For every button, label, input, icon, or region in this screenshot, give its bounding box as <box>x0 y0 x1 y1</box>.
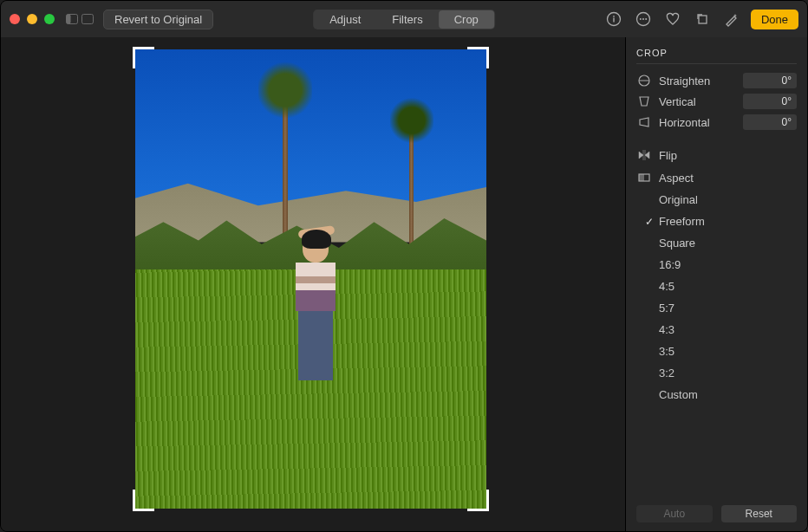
sidebar-right-icon[interactable] <box>81 12 94 26</box>
aspect-header[interactable]: Aspect <box>636 166 797 189</box>
fullscreen-window-button[interactable] <box>44 14 55 24</box>
svg-rect-5 <box>613 18 614 23</box>
straighten-label: Straighten <box>659 75 743 88</box>
straighten-value[interactable]: 0° <box>743 73 797 88</box>
svg-point-4 <box>613 16 615 17</box>
photo-content <box>135 49 486 509</box>
svg-rect-1 <box>67 15 71 24</box>
tab-filters[interactable]: Filters <box>376 10 438 29</box>
flip-icon <box>636 147 652 163</box>
minimize-window-button[interactable] <box>27 14 37 24</box>
edit-mode-tabs: Adjust Filters Crop <box>313 10 495 29</box>
svg-point-7 <box>640 18 642 20</box>
flip-label: Flip <box>659 149 677 162</box>
done-button[interactable]: Done <box>751 10 798 29</box>
svg-rect-10 <box>699 16 707 23</box>
crop-section-title: CROP <box>636 48 797 58</box>
tab-adjust[interactable]: Adjust <box>314 10 376 29</box>
straighten-row: Straighten 0° <box>636 73 797 88</box>
aspect-option-16-9[interactable]: 16:9 <box>659 254 797 276</box>
vertical-row: Vertical 0° <box>636 94 797 109</box>
aspect-option-square[interactable]: Square <box>659 232 797 254</box>
aspect-option-3-5[interactable]: 3:5 <box>659 341 797 362</box>
aspect-option-3-2[interactable]: 3:2 <box>659 362 797 384</box>
window-controls <box>10 14 55 24</box>
tab-crop[interactable]: Crop <box>439 10 494 29</box>
aspect-option-label: Freeform <box>659 215 705 228</box>
aspect-option-label: 4:3 <box>659 323 674 336</box>
crop-handle-top-left[interactable] <box>133 47 154 68</box>
auto-enhance-icon[interactable] <box>721 9 742 29</box>
checkmark-icon: ✓ <box>643 216 655 228</box>
crop-handle-bottom-right[interactable] <box>467 490 489 511</box>
aspect-option-label: 16:9 <box>659 258 681 271</box>
auto-button[interactable]: Auto <box>636 505 713 522</box>
sidebar-toggle-group <box>65 12 94 26</box>
toolbar: Revert to Original Adjust Filters Crop D… <box>1 1 807 38</box>
aspect-icon <box>636 170 652 185</box>
aspect-option-freeform[interactable]: ✓Freeform <box>659 211 797 232</box>
more-icon[interactable] <box>633 9 654 29</box>
toolbar-right-group: Done <box>603 9 798 29</box>
aspect-option-original[interactable]: Original <box>659 189 797 211</box>
aspect-option-label: Square <box>659 237 695 250</box>
vertical-perspective-icon[interactable] <box>636 94 652 109</box>
svg-point-9 <box>645 18 647 20</box>
horizontal-value[interactable]: 0° <box>743 114 797 130</box>
aspect-option-4-5[interactable]: 4:5 <box>659 276 797 297</box>
reset-button[interactable]: Reset <box>721 505 798 522</box>
svg-rect-2 <box>82 15 94 24</box>
image-viewer <box>1 37 625 531</box>
aspect-option-label: 3:5 <box>659 345 674 358</box>
horizontal-row: Horizontal 0° <box>636 114 797 130</box>
crop-frame[interactable] <box>135 49 486 509</box>
svg-rect-14 <box>639 174 644 181</box>
crop-handle-bottom-left[interactable] <box>133 490 154 511</box>
aspect-label: Aspect <box>659 172 694 185</box>
vertical-value[interactable]: 0° <box>743 94 797 109</box>
favorite-icon[interactable] <box>662 9 683 29</box>
straighten-icon[interactable] <box>636 73 652 88</box>
crop-sidebar: CROP Straighten 0° Vertical 0° <box>625 37 807 531</box>
editor-body: CROP Straighten 0° Vertical 0° <box>1 37 807 531</box>
aspect-option-4-3[interactable]: 4:3 <box>659 319 797 341</box>
divider <box>636 63 797 64</box>
photos-edit-window: Revert to Original Adjust Filters Crop D… <box>0 0 808 532</box>
aspect-ratio-list: Original✓FreeformSquare16:94:55:74:33:53… <box>636 189 797 405</box>
flip-button[interactable]: Flip <box>636 144 797 166</box>
aspect-option-label: 4:5 <box>659 280 674 293</box>
aspect-option-custom[interactable]: Custom <box>659 384 797 405</box>
horizontal-label: Horizontal <box>659 116 743 129</box>
revert-to-original-button[interactable]: Revert to Original <box>103 10 213 29</box>
vertical-label: Vertical <box>659 95 743 108</box>
close-window-button[interactable] <box>10 14 20 24</box>
crop-handle-top-right[interactable] <box>467 47 489 68</box>
aspect-option-label: Original <box>659 193 698 206</box>
aspect-option-label: 3:2 <box>659 367 674 380</box>
sidebar-left-icon[interactable] <box>65 12 79 26</box>
aspect-option-label: Custom <box>659 388 698 401</box>
horizontal-perspective-icon[interactable] <box>636 114 652 130</box>
aspect-option-5-7[interactable]: 5:7 <box>659 297 797 319</box>
sidebar-footer: Auto Reset <box>636 505 797 522</box>
info-icon[interactable] <box>603 9 624 29</box>
rotate-icon[interactable] <box>692 9 713 29</box>
aspect-option-label: 5:7 <box>659 302 674 315</box>
svg-point-8 <box>642 18 644 20</box>
